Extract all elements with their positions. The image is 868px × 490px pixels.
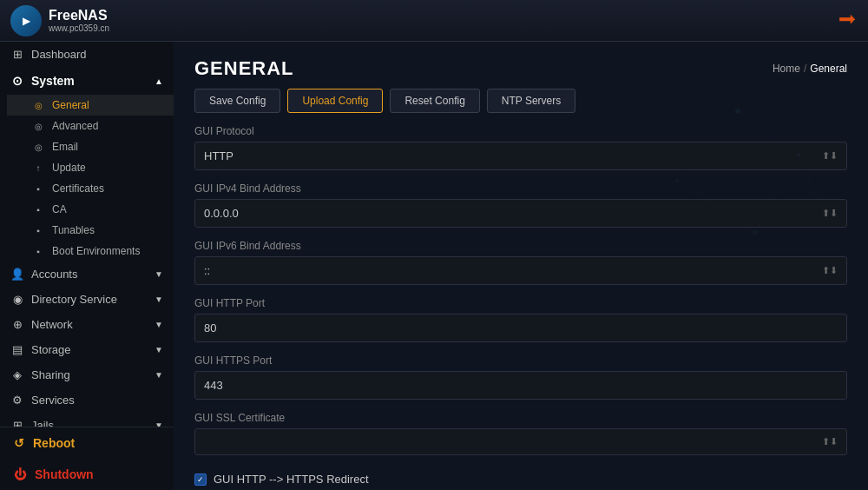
content-header: GENERAL Home / General (174, 42, 868, 89)
breadcrumb: Home / General (773, 63, 847, 75)
sidebar-item-network[interactable]: ⊕ Network ▼ (0, 312, 174, 337)
sidebar-item-tunables[interactable]: ▪ Tunables (7, 220, 174, 241)
sidebar-network-label: Network (31, 318, 73, 331)
sidebar: ⊞ Dashboard ⊙ System ▲ ◎ General ◎ Advan… (0, 42, 174, 490)
gui-ssl-group: GUI SSL Certificate ⬆⬇ (194, 412, 847, 455)
sharing-icon: ◈ (10, 368, 24, 381)
tunables-label: Tunables (52, 224, 95, 236)
gui-http-port-group: GUI HTTP Port (194, 297, 847, 342)
email-label: Email (52, 141, 78, 153)
gui-protocol-arrow: ⬆⬇ (822, 150, 838, 162)
gui-redirect-checkbox[interactable] (194, 473, 207, 486)
sidebar-accounts-label: Accounts (31, 268, 77, 281)
gui-ipv4-select[interactable]: 0.0.0.0 ⬆⬇ (194, 199, 847, 228)
sidebar-item-services[interactable]: ⚙ Services (0, 387, 174, 413)
gui-https-port-label: GUI HTTPS Port (194, 354, 847, 367)
logo-icon (10, 5, 42, 36)
save-config-button[interactable]: Save Config (194, 89, 280, 113)
boot-label: Boot Environments (52, 245, 140, 257)
storage-icon: ▤ (10, 343, 24, 356)
gui-protocol-label: GUI Protocol (194, 125, 847, 137)
gui-ssl-arrow: ⬆⬇ (822, 436, 838, 447)
sidebar-dashboard-label: Dashboard (31, 48, 87, 61)
advanced-icon: ◎ (31, 122, 45, 131)
sidebar-item-boot-environments[interactable]: ▪ Boot Environments (7, 241, 174, 262)
gui-protocol-value: HTTP (204, 149, 233, 162)
update-label: Update (52, 162, 86, 174)
system-icon: ⊙ (10, 74, 24, 88)
system-chevron: ▲ (155, 76, 163, 86)
page-title: GENERAL (194, 57, 294, 80)
sidebar-item-advanced[interactable]: ◎ Advanced (7, 116, 174, 136)
directory-icon: ◉ (10, 293, 24, 306)
sidebar-item-dashboard[interactable]: ⊞ Dashboard (0, 42, 174, 67)
accounts-icon: 👤 (10, 268, 24, 281)
sidebar-system-children: ◎ General ◎ Advanced ◎ Email ↑ Update ▪ (0, 95, 174, 262)
exit-button[interactable]: ⮕ (838, 10, 858, 32)
network-chevron: ▼ (155, 320, 163, 329)
sidebar-item-certificates[interactable]: ▪ Certificates (7, 178, 174, 199)
sidebar-item-directory-service[interactable]: ◉ Directory Service ▼ (0, 287, 174, 312)
shutdown-label: Shutdown (35, 467, 94, 481)
sidebar-item-ca[interactable]: ▪ CA (7, 199, 174, 220)
toolbar: Save Config Upload Config Reset Config N… (174, 89, 868, 125)
upload-config-button[interactable]: Upload Config (287, 89, 383, 113)
topbar: FreeNAS www.pc0359.cn ⮕ (0, 0, 868, 42)
ntp-servers-button[interactable]: NTP Servers (487, 89, 575, 113)
gui-https-port-input[interactable] (194, 371, 847, 400)
reboot-icon: ↺ (14, 436, 24, 450)
reboot-button[interactable]: ↺ Reboot (0, 427, 174, 459)
sidebar-directory-label: Directory Service (31, 293, 117, 306)
directory-chevron: ▼ (155, 295, 163, 304)
content-area: GENERAL Home / General Save Config Uploa… (174, 42, 868, 490)
sidebar-item-email[interactable]: ◎ Email (7, 136, 174, 157)
boot-icon: ▪ (31, 247, 45, 256)
gui-ssl-select[interactable]: ⬆⬇ (194, 428, 847, 455)
jails-chevron: ▼ (155, 420, 163, 427)
breadcrumb-home[interactable]: Home (773, 63, 800, 75)
sidebar-scrollable: ⊞ Dashboard ⊙ System ▲ ◎ General ◎ Advan… (0, 42, 174, 427)
sidebar-storage-label: Storage (31, 343, 71, 356)
logo-title: FreeNAS (49, 8, 109, 23)
gui-ipv6-value: :: (204, 264, 210, 277)
gui-redirect-row: GUI HTTP --> HTTPS Redirect (194, 467, 847, 490)
gui-protocol-select[interactable]: HTTP ⬆⬇ (194, 142, 847, 170)
sidebar-sharing-label: Sharing (31, 368, 70, 381)
gui-protocol-group: GUI Protocol HTTP ⬆⬇ (194, 125, 847, 170)
sidebar-item-storage[interactable]: ▤ Storage ▼ (0, 337, 174, 362)
breadcrumb-separator: / (804, 63, 806, 75)
ca-icon: ▪ (31, 205, 45, 215)
general-icon: ◎ (31, 101, 45, 110)
logo-subtitle: www.pc0359.cn (49, 23, 109, 33)
reset-config-button[interactable]: Reset Config (390, 89, 479, 113)
update-icon: ↑ (31, 163, 45, 173)
general-label: General (52, 99, 89, 111)
logo-text-area: FreeNAS www.pc0359.cn (49, 8, 109, 33)
dashboard-icon: ⊞ (10, 48, 24, 61)
sidebar-item-sharing[interactable]: ◈ Sharing ▼ (0, 362, 174, 387)
sidebar-item-general[interactable]: ◎ General (7, 95, 174, 116)
sidebar-system-label: System (31, 74, 75, 88)
sidebar-item-jails[interactable]: ⊞ Jails ▼ (0, 413, 174, 427)
shutdown-button[interactable]: ⏻ Shutdown (0, 459, 174, 490)
sidebar-jails-label: Jails (31, 419, 54, 427)
gui-ipv6-select[interactable]: :: ⬆⬇ (194, 256, 847, 285)
gui-ipv4-group: GUI IPv4 Bind Address 0.0.0.0 ⬆⬇ (194, 182, 847, 228)
jails-icon: ⊞ (10, 419, 24, 427)
gui-ssl-label: GUI SSL Certificate (194, 412, 847, 424)
form-area: GUI Protocol HTTP ⬆⬇ GUI IPv4 Bind Addre… (174, 125, 868, 490)
sidebar-item-system[interactable]: ⊙ System ▲ (0, 67, 174, 95)
gui-ipv6-arrow: ⬆⬇ (822, 265, 838, 276)
sidebar-footer: ↺ Reboot ⏻ Shutdown (0, 427, 174, 490)
services-icon: ⚙ (10, 394, 24, 407)
sidebar-item-update[interactable]: ↑ Update (7, 157, 174, 178)
shutdown-icon: ⏻ (14, 467, 26, 481)
gui-https-port-group: GUI HTTPS Port (194, 354, 847, 400)
certificates-label: Certificates (52, 182, 104, 195)
sidebar-item-accounts[interactable]: 👤 Accounts ▼ (0, 262, 174, 287)
gui-ipv6-label: GUI IPv6 Bind Address (194, 240, 847, 252)
sharing-chevron: ▼ (155, 370, 163, 380)
gui-http-port-input[interactable] (194, 314, 847, 342)
reboot-label: Reboot (33, 436, 75, 450)
breadcrumb-current: General (810, 63, 847, 75)
